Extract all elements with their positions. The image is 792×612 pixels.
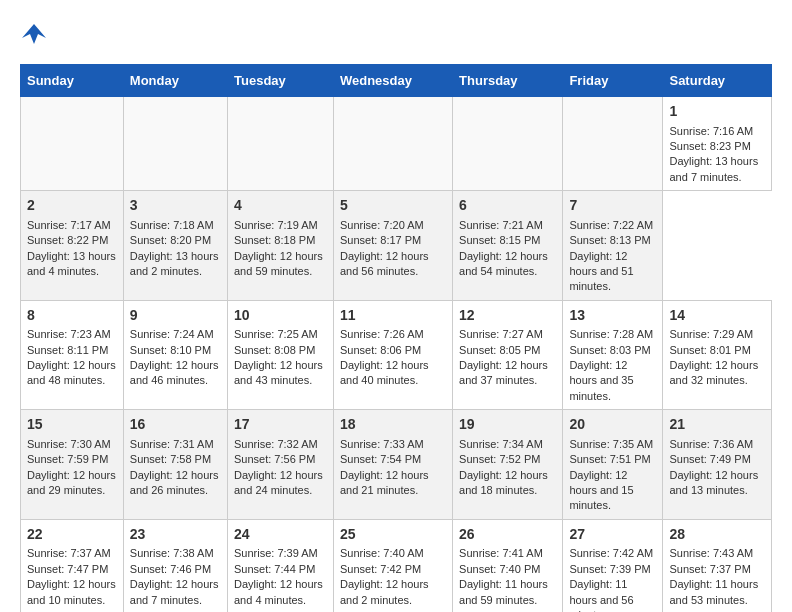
day-number: 2 [27, 196, 117, 216]
sunrise-text: Sunrise: 7:41 AM [459, 547, 543, 559]
sunrise-text: Sunrise: 7:39 AM [234, 547, 318, 559]
daylight-text: Daylight: 12 hours and 10 minutes. [27, 578, 116, 605]
sunrise-text: Sunrise: 7:17 AM [27, 219, 111, 231]
weekday-header-wednesday: Wednesday [333, 65, 452, 97]
weekday-header-monday: Monday [123, 65, 227, 97]
daylight-text: Daylight: 12 hours and 51 minutes. [569, 250, 633, 293]
svg-marker-0 [22, 24, 46, 44]
day-number: 26 [459, 525, 556, 545]
day-cell-7: 7 Sunrise: 7:22 AM Sunset: 8:13 PM Dayli… [563, 191, 663, 301]
daylight-text: Daylight: 12 hours and 4 minutes. [234, 578, 323, 605]
day-number: 24 [234, 525, 327, 545]
daylight-text: Daylight: 11 hours and 53 minutes. [669, 578, 758, 605]
day-cell-8: 8 Sunrise: 7:23 AM Sunset: 8:11 PM Dayli… [21, 300, 124, 410]
logo [20, 20, 52, 48]
daylight-text: Daylight: 12 hours and 26 minutes. [130, 469, 219, 496]
sunset-text: Sunset: 8:15 PM [459, 234, 540, 246]
sunset-text: Sunset: 7:54 PM [340, 453, 421, 465]
sunset-text: Sunset: 8:11 PM [27, 344, 108, 356]
sunrise-text: Sunrise: 7:32 AM [234, 438, 318, 450]
daylight-text: Daylight: 12 hours and 29 minutes. [27, 469, 116, 496]
daylight-text: Daylight: 12 hours and 32 minutes. [669, 359, 758, 386]
daylight-text: Daylight: 12 hours and 21 minutes. [340, 469, 429, 496]
page-header [20, 20, 772, 48]
day-cell-4: 4 Sunrise: 7:19 AM Sunset: 8:18 PM Dayli… [228, 191, 334, 301]
day-number: 3 [130, 196, 221, 216]
day-cell-20: 20 Sunrise: 7:35 AM Sunset: 7:51 PM Dayl… [563, 410, 663, 520]
daylight-text: Daylight: 13 hours and 4 minutes. [27, 250, 116, 277]
daylight-text: Daylight: 12 hours and 54 minutes. [459, 250, 548, 277]
sunset-text: Sunset: 7:59 PM [27, 453, 108, 465]
day-cell-6: 6 Sunrise: 7:21 AM Sunset: 8:15 PM Dayli… [453, 191, 563, 301]
sunrise-text: Sunrise: 7:37 AM [27, 547, 111, 559]
week-row-1: 2 Sunrise: 7:17 AM Sunset: 8:22 PM Dayli… [21, 191, 772, 301]
sunset-text: Sunset: 8:22 PM [27, 234, 108, 246]
day-number: 23 [130, 525, 221, 545]
sunrise-text: Sunrise: 7:19 AM [234, 219, 318, 231]
day-number: 10 [234, 306, 327, 326]
sunset-text: Sunset: 7:51 PM [569, 453, 650, 465]
sunset-text: Sunset: 8:06 PM [340, 344, 421, 356]
day-number: 8 [27, 306, 117, 326]
sunrise-text: Sunrise: 7:23 AM [27, 328, 111, 340]
week-row-0: 1 Sunrise: 7:16 AM Sunset: 8:23 PM Dayli… [21, 97, 772, 191]
sunrise-text: Sunrise: 7:22 AM [569, 219, 653, 231]
logo-icon [20, 20, 48, 48]
sunset-text: Sunset: 8:17 PM [340, 234, 421, 246]
sunrise-text: Sunrise: 7:25 AM [234, 328, 318, 340]
day-number: 6 [459, 196, 556, 216]
sunrise-text: Sunrise: 7:20 AM [340, 219, 424, 231]
calendar-table: SundayMondayTuesdayWednesdayThursdayFrid… [20, 64, 772, 612]
day-cell-21: 21 Sunrise: 7:36 AM Sunset: 7:49 PM Dayl… [663, 410, 772, 520]
day-cell-18: 18 Sunrise: 7:33 AM Sunset: 7:54 PM Dayl… [333, 410, 452, 520]
sunrise-text: Sunrise: 7:26 AM [340, 328, 424, 340]
day-number: 11 [340, 306, 446, 326]
daylight-text: Daylight: 12 hours and 43 minutes. [234, 359, 323, 386]
day-cell-10: 10 Sunrise: 7:25 AM Sunset: 8:08 PM Dayl… [228, 300, 334, 410]
weekday-header-tuesday: Tuesday [228, 65, 334, 97]
day-cell-27: 27 Sunrise: 7:42 AM Sunset: 7:39 PM Dayl… [563, 519, 663, 612]
day-cell-17: 17 Sunrise: 7:32 AM Sunset: 7:56 PM Dayl… [228, 410, 334, 520]
sunrise-text: Sunrise: 7:43 AM [669, 547, 753, 559]
sunset-text: Sunset: 7:58 PM [130, 453, 211, 465]
sunrise-text: Sunrise: 7:42 AM [569, 547, 653, 559]
day-cell-24: 24 Sunrise: 7:39 AM Sunset: 7:44 PM Dayl… [228, 519, 334, 612]
sunset-text: Sunset: 8:05 PM [459, 344, 540, 356]
weekday-header-friday: Friday [563, 65, 663, 97]
day-number: 12 [459, 306, 556, 326]
sunrise-text: Sunrise: 7:34 AM [459, 438, 543, 450]
daylight-text: Daylight: 12 hours and 56 minutes. [340, 250, 429, 277]
week-row-3: 15 Sunrise: 7:30 AM Sunset: 7:59 PM Dayl… [21, 410, 772, 520]
empty-cell [563, 97, 663, 191]
weekday-header-saturday: Saturday [663, 65, 772, 97]
day-number: 13 [569, 306, 656, 326]
sunrise-text: Sunrise: 7:31 AM [130, 438, 214, 450]
empty-cell [333, 97, 452, 191]
daylight-text: Daylight: 12 hours and 2 minutes. [340, 578, 429, 605]
daylight-text: Daylight: 13 hours and 2 minutes. [130, 250, 219, 277]
day-number: 20 [569, 415, 656, 435]
day-number: 15 [27, 415, 117, 435]
day-cell-22: 22 Sunrise: 7:37 AM Sunset: 7:47 PM Dayl… [21, 519, 124, 612]
sunset-text: Sunset: 7:52 PM [459, 453, 540, 465]
daylight-text: Daylight: 12 hours and 15 minutes. [569, 469, 633, 512]
day-cell-16: 16 Sunrise: 7:31 AM Sunset: 7:58 PM Dayl… [123, 410, 227, 520]
day-cell-19: 19 Sunrise: 7:34 AM Sunset: 7:52 PM Dayl… [453, 410, 563, 520]
empty-cell [123, 97, 227, 191]
day-number: 18 [340, 415, 446, 435]
day-cell-26: 26 Sunrise: 7:41 AM Sunset: 7:40 PM Dayl… [453, 519, 563, 612]
daylight-text: Daylight: 12 hours and 24 minutes. [234, 469, 323, 496]
sunset-text: Sunset: 8:18 PM [234, 234, 315, 246]
day-number: 27 [569, 525, 656, 545]
day-cell-5: 5 Sunrise: 7:20 AM Sunset: 8:17 PM Dayli… [333, 191, 452, 301]
sunset-text: Sunset: 8:13 PM [569, 234, 650, 246]
day-cell-13: 13 Sunrise: 7:28 AM Sunset: 8:03 PM Dayl… [563, 300, 663, 410]
sunset-text: Sunset: 8:03 PM [569, 344, 650, 356]
sunset-text: Sunset: 7:37 PM [669, 563, 750, 575]
day-number: 17 [234, 415, 327, 435]
daylight-text: Daylight: 12 hours and 7 minutes. [130, 578, 219, 605]
sunset-text: Sunset: 7:56 PM [234, 453, 315, 465]
sunrise-text: Sunrise: 7:24 AM [130, 328, 214, 340]
sunset-text: Sunset: 7:40 PM [459, 563, 540, 575]
day-cell-3: 3 Sunrise: 7:18 AM Sunset: 8:20 PM Dayli… [123, 191, 227, 301]
